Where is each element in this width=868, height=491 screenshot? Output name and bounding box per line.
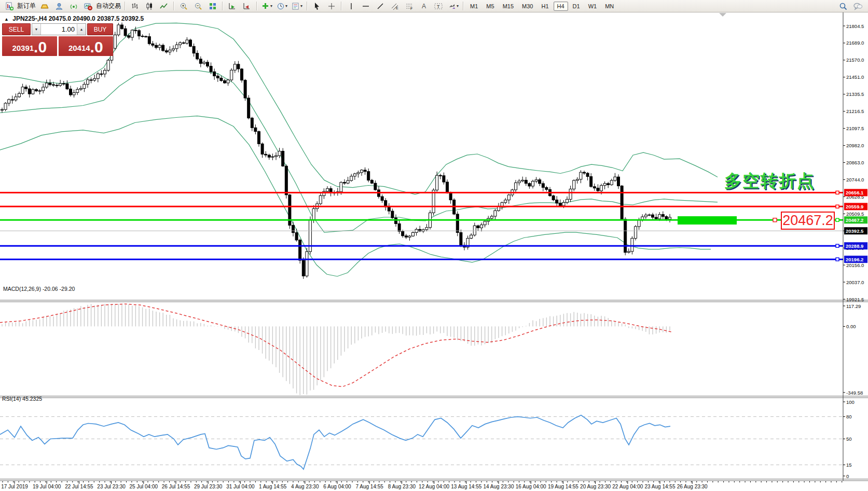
sell-price-button[interactable]: 20391 .0 (2, 36, 57, 56)
toolbar-separator (463, 2, 464, 10)
pivot-price-callout[interactable]: 20467.2 (781, 212, 835, 230)
level-lines[interactable] (0, 191, 843, 261)
timeframe-button-w1[interactable]: W1 (585, 2, 601, 11)
svg-text:T: T (437, 4, 440, 9)
search-button[interactable] (836, 1, 850, 12)
volume-decrease-button[interactable]: ▼ (32, 24, 41, 35)
timeframe-button-d1[interactable]: D1 (569, 2, 584, 11)
chart-canvas[interactable]: 21804.521689.021570.021451.021335.521216… (0, 12, 868, 491)
equidistant-channel-icon: E (391, 2, 399, 10)
trendline-tool-button[interactable] (374, 1, 387, 12)
buy-button[interactable]: BUY (87, 23, 113, 35)
timeframe-button-m30[interactable]: M30 (518, 2, 536, 11)
horizontal-line-icon (362, 2, 370, 10)
candle (186, 37, 188, 45)
timeframe-button-m5[interactable]: M5 (483, 2, 498, 11)
cursor-button[interactable] (310, 1, 324, 12)
price-badge: 20196.2 (844, 256, 867, 263)
indicators-icon (261, 2, 270, 10)
pivot-highlight-box[interactable] (678, 216, 737, 225)
community-button[interactable] (52, 1, 66, 12)
chart-shift-button[interactable] (240, 1, 254, 12)
vertical-line-tool-button[interactable] (345, 1, 358, 12)
candle (381, 194, 383, 203)
autotrading-button[interactable] (81, 1, 95, 12)
channel-tool-button[interactable]: E (388, 1, 402, 12)
candle (21, 84, 24, 95)
timeframe-button-h1[interactable]: H1 (538, 2, 552, 11)
timeframe-button-mn[interactable]: MN (601, 2, 617, 11)
text-tool-button[interactable]: A (417, 1, 431, 12)
chevron-down-icon: ▾ (300, 4, 302, 8)
fibonacci-tool-button[interactable]: F (403, 1, 416, 12)
candle (56, 83, 58, 88)
chat-button[interactable] (851, 1, 864, 12)
rsi-indicator-label: RSI(14) 45.2325 (2, 396, 42, 402)
svg-text:15: 15 (846, 462, 852, 468)
bar-chart-button[interactable] (128, 1, 142, 12)
svg-text:13 Aug 14:55: 13 Aug 14:55 (451, 484, 481, 489)
candle (104, 68, 106, 77)
candle (309, 216, 312, 254)
new-order-label[interactable]: 新订单 (17, 2, 36, 10)
volume-input[interactable] (41, 24, 77, 35)
crosshair-button[interactable] (325, 1, 338, 12)
chart-shift-marker-icon[interactable] (719, 13, 726, 17)
candle (545, 186, 548, 192)
horizontal-line-tool-button[interactable] (359, 1, 373, 12)
turning-point-annotation[interactable]: 多空转折点 (724, 170, 815, 193)
arrows-tool-button[interactable]: ▾ (446, 1, 460, 12)
line-chart-button[interactable] (157, 1, 171, 12)
zoom-in-button[interactable] (177, 1, 190, 12)
callout-anchor-handle[interactable] (773, 218, 777, 222)
bar-chart-icon (131, 2, 139, 10)
zoom-out-button[interactable] (191, 1, 205, 12)
svg-text:29 Jul 23:30: 29 Jul 23:30 (194, 484, 223, 489)
sell-button[interactable]: SELL (2, 23, 31, 35)
candle (251, 117, 253, 131)
svg-text:20196.2: 20196.2 (846, 257, 863, 262)
signals-button[interactable] (67, 1, 80, 12)
toolbar-separator (125, 2, 126, 10)
tile-windows-button[interactable] (206, 1, 219, 12)
indicators-button[interactable]: ▾ (260, 1, 274, 12)
new-order-button[interactable] (3, 1, 16, 12)
candle (169, 46, 171, 55)
templates-button[interactable]: ▾ (290, 1, 304, 12)
candle (244, 79, 246, 101)
candle (28, 86, 31, 97)
candle (265, 151, 267, 158)
periods-button[interactable]: ▾ (275, 1, 289, 12)
svg-text:20037.0: 20037.0 (846, 279, 864, 285)
text-label-icon: T (434, 2, 443, 10)
time-axis: 17 Jul 201919 Jul 04:0022 Jul 14:5523 Ju… (1, 481, 842, 489)
line-handle[interactable] (836, 258, 839, 261)
gold-ingot-icon (40, 2, 49, 10)
candlestick-chart-button[interactable] (143, 1, 156, 12)
volume-increase-button[interactable]: ▲ (77, 24, 86, 35)
line-handle[interactable] (836, 244, 839, 247)
svg-text:21804.5: 21804.5 (846, 23, 864, 29)
price-badge: 20288.9 (844, 242, 867, 249)
price-badge: 20656.1 (844, 189, 867, 196)
collapse-trade-panel-icon[interactable]: ▲ (4, 17, 9, 22)
autotrading-label[interactable]: 自动交易 (96, 2, 121, 10)
line-handle[interactable] (836, 191, 839, 194)
candle (655, 214, 657, 220)
candle (535, 177, 538, 184)
buy-price-button[interactable]: 20414 .0 (59, 36, 114, 56)
svg-text:22 Jul 14:55: 22 Jul 14:55 (65, 484, 93, 489)
line-handle[interactable] (836, 205, 839, 208)
text-label-tool-button[interactable]: T (432, 1, 445, 12)
timeframe-button-m1[interactable]: M1 (466, 2, 481, 11)
auto-scroll-button[interactable] (226, 1, 239, 12)
timeframe-button-h4[interactable]: H4 (554, 2, 568, 11)
candle (408, 235, 411, 241)
timeframe-button-m15[interactable]: M15 (499, 2, 517, 11)
svg-text:26 Aug 23:30: 26 Aug 23:30 (677, 484, 708, 489)
candle (480, 222, 483, 231)
candle (391, 208, 394, 219)
candle (206, 60, 209, 68)
market-button[interactable] (38, 1, 51, 12)
line-handle[interactable] (836, 218, 839, 221)
